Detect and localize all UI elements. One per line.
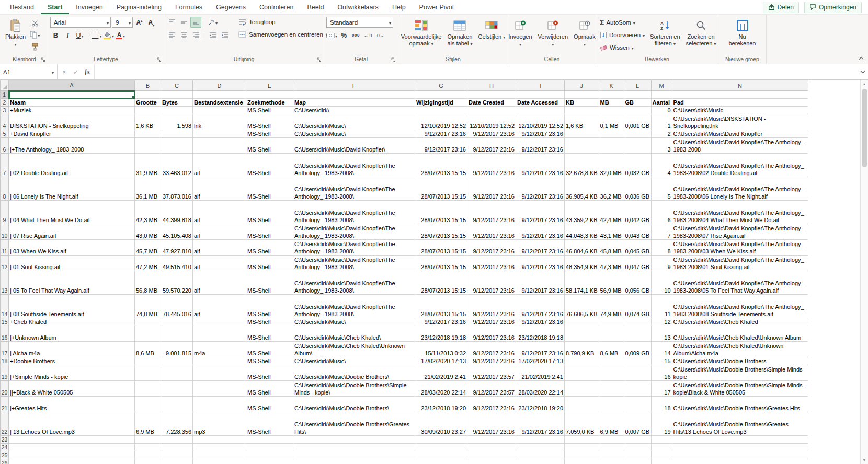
cell-I1[interactable] [516,91,565,99]
cell-N6[interactable]: C:\Users\dirk\Music\David Knopfler\The A… [672,138,808,154]
row-header-17[interactable]: 17 [1,342,9,357]
cell-C6[interactable] [161,138,193,154]
row-header-10[interactable]: 10 [1,224,9,240]
accounting-format-button[interactable] [326,30,337,41]
align-right-button[interactable] [190,30,201,41]
cell-H12[interactable]: 9/12/2017 23:16 [467,256,516,271]
scrollbar-thumb[interactable] [862,89,867,167]
cell-L24[interactable] [624,444,651,451]
cell-D9[interactable]: aif [193,201,246,224]
cell-J22[interactable]: 7.059,0 KB [565,412,599,436]
copy-button[interactable] [29,29,40,40]
ribbon-tab-controleren[interactable]: Controleren [253,0,300,14]
cell-G11[interactable]: 28/07/2013 15:15 [415,240,467,256]
cell-D5[interactable] [193,130,246,138]
cell-H20[interactable]: 9/12/2017 23:57 [467,381,516,397]
cell-N1[interactable] [672,91,808,99]
cell-J4[interactable]: 1,6 KB [565,114,599,130]
cell-M9[interactable]: 6 [651,201,672,224]
cell-D4[interactable]: lnk [193,114,246,130]
ribbon-tab-pagina-indeling[interactable]: Pagina-indeling [110,0,168,14]
cell-F8[interactable]: C:\Users\dirk\Music\David Knopfler\The A… [293,177,415,201]
row-header-19[interactable]: 19 [1,365,9,381]
underline-button[interactable]: U [74,30,85,41]
collapse-ribbon-button[interactable] [859,54,864,62]
scroll-up-arrow[interactable]: ▲ [863,80,866,88]
cell-I6[interactable]: 9/12/2017 23:16 [516,138,565,154]
cell-E14[interactable]: MS-Shell [246,295,293,318]
cell-D10[interactable]: aif [193,224,246,240]
cell-L18[interactable] [624,357,651,365]
column-header-K[interactable]: K [599,80,624,91]
cell-L2[interactable]: GB [624,99,651,107]
font-color-button[interactable]: A [115,30,126,41]
cell-D3[interactable] [193,107,246,114]
cell-M3[interactable]: 0 [651,107,672,114]
cell-M22[interactable]: 19 [651,412,672,436]
format-cells-button[interactable]: Opmaak [572,16,598,48]
cell-N17[interactable]: C:\Users\dirk\Music\Cheb Khaled\Unknown … [672,342,808,357]
cell-C23[interactable] [161,436,193,444]
increase-indent-button[interactable] [219,30,230,41]
cell-H2[interactable]: Date Created [467,99,516,107]
cell-M13[interactable]: 10 [651,271,672,295]
cell-G6[interactable]: 9/12/2017 23:16 [415,138,467,154]
cell-E2[interactable]: Zoekmethode [246,99,293,107]
comments-button[interactable]: Opmerkingen [804,2,862,13]
cell-I15[interactable]: 9/12/2017 23:16 [516,318,565,326]
cell-E17[interactable]: MS-Shell [246,342,293,357]
cell-G10[interactable]: 28/07/2013 15:15 [415,224,467,240]
cell-K22[interactable]: 6,9 MB [599,412,624,436]
cell-C17[interactable]: 9.001.815 [161,342,193,357]
cell-K11[interactable]: 45,8 MB [599,240,624,256]
select-all-button[interactable] [1,80,9,91]
alignment-dialog-launcher[interactable] [317,57,322,62]
cell-A19[interactable]: |+Simple Minds - kopie [9,365,135,381]
cell-C15[interactable] [161,318,193,326]
cell-G7[interactable]: 28/07/2013 15:15 [415,154,467,177]
cell-G13[interactable]: 28/07/2013 15:15 [415,271,467,295]
cell-C21[interactable] [161,397,193,412]
cell-F18[interactable]: C:\Users\dirk\Music\ [293,357,415,365]
column-header-M[interactable]: M [651,80,672,91]
cell-C16[interactable] [161,326,193,342]
cell-J25[interactable] [565,451,599,459]
fill-button[interactable]: Doorvoeren [598,29,646,41]
cell-K5[interactable] [599,130,624,138]
cell-L25[interactable] [624,451,651,459]
row-header-14[interactable]: 14 [1,295,9,318]
cell-M4[interactable]: 1 [651,114,672,130]
cell-H15[interactable]: 9/12/2017 23:16 [467,318,516,326]
cell-A12[interactable]: | 01 Soul Kissing.aif [9,256,135,271]
cell-K4[interactable]: 0,1 MB [599,114,624,130]
cell-E18[interactable]: MS-Shell [246,357,293,365]
cell-F21[interactable]: C:\Users\dirk\Music\Doobie Brothers\ [293,397,415,412]
cell-F19[interactable]: C:\Users\dirk\Music\Doobie Brothers\ [293,365,415,381]
cell-F24[interactable] [293,444,415,451]
cell-H26[interactable] [467,459,516,464]
column-header-C[interactable]: C [161,80,193,91]
cell-N2[interactable]: Pad [672,99,808,107]
cell-M17[interactable]: 14 [651,342,672,357]
row-header-6[interactable]: 6 [1,138,9,154]
cell-L8[interactable]: 0,036 GB [624,177,651,201]
cell-F10[interactable]: C:\Users\dirk\Music\David Knopfler\The A… [293,224,415,240]
column-header-E[interactable]: E [246,80,293,91]
cell-J15[interactable] [565,318,599,326]
vertical-scrollbar[interactable]: ▲ ▼ [860,80,868,464]
insert-cells-button[interactable]: Invoegen [506,16,534,48]
cell-A8[interactable]: | 06 Lonely Is The Night.aif [9,177,135,201]
cell-C19[interactable] [161,365,193,381]
cell-H24[interactable] [467,444,516,451]
cell-M12[interactable]: 9 [651,256,672,271]
comma-style-button[interactable]: 000 [350,30,361,41]
cell-B9[interactable]: 42,3 MB [135,201,161,224]
cell-B7[interactable]: 31,9 MB [135,154,161,177]
cell-D20[interactable] [193,381,246,397]
cell-I26[interactable] [516,459,565,464]
cell-M21[interactable]: 18 [651,397,672,412]
cell-A15[interactable]: +Cheb Khaled [9,318,135,326]
cell-E15[interactable]: MS-Shell [246,318,293,326]
cell-A24[interactable] [9,444,135,451]
cell-E16[interactable]: MS-Shell [246,326,293,342]
